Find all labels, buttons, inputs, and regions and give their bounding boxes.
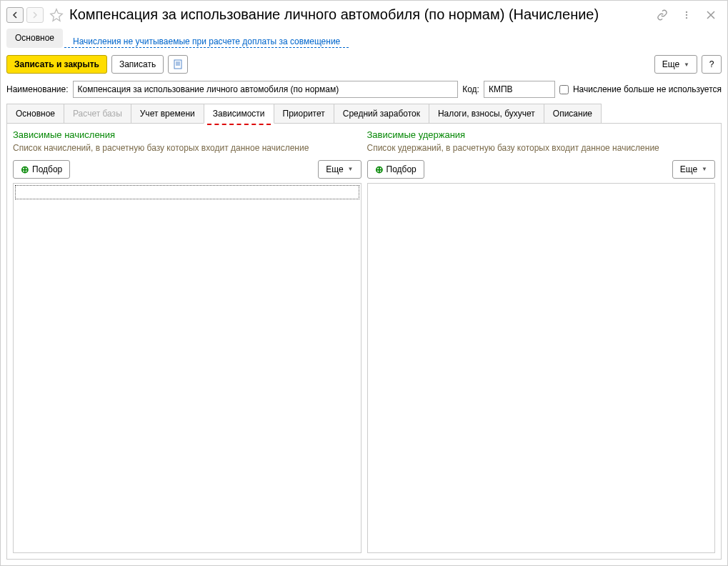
more-label: Еще bbox=[680, 164, 697, 174]
toolbar: Записать и закрыть Записать Еще ▼ ? bbox=[6, 55, 722, 74]
close-icon[interactable] bbox=[704, 9, 717, 21]
chevron-down-icon: ▼ bbox=[702, 166, 707, 172]
link-icon[interactable] bbox=[656, 9, 669, 21]
tab-desc[interactable]: Описание bbox=[544, 104, 602, 123]
tab-priority[interactable]: Приоритет bbox=[274, 104, 334, 123]
panel-accruals: Зависимые начисления Список начислений, … bbox=[13, 129, 361, 553]
forward-button[interactable] bbox=[26, 7, 44, 23]
more-accruals-button[interactable]: Еще ▼ bbox=[318, 160, 361, 179]
list-item[interactable] bbox=[15, 185, 359, 199]
panel-deductions-desc: Список удержаний, в расчетную базу котор… bbox=[367, 143, 716, 154]
more-button[interactable]: Еще ▼ bbox=[654, 55, 697, 74]
panel-deductions-toolbar: ⊕ Подбор Еще ▼ bbox=[367, 160, 716, 179]
pick-deductions-button[interactable]: ⊕ Подбор bbox=[367, 160, 424, 179]
panel-deductions-title: Зависимые удержания bbox=[367, 129, 716, 140]
panel-accruals-toolbar: ⊕ Подбор Еще ▼ bbox=[13, 160, 361, 179]
save-close-button[interactable]: Записать и закрыть bbox=[6, 55, 107, 74]
more-label: Еще bbox=[662, 59, 679, 69]
chevron-down-icon: ▼ bbox=[684, 61, 689, 68]
panel-accruals-title: Зависимые начисления bbox=[13, 129, 361, 140]
svg-rect-3 bbox=[174, 60, 181, 69]
back-button[interactable] bbox=[6, 7, 24, 23]
panel-accruals-desc: Список начислений, в расчетную базу кото… bbox=[13, 143, 361, 154]
form-row: Наименование: Код: Начисление больше не … bbox=[6, 81, 722, 98]
subnav: Основное Начисления не учитываемые при р… bbox=[6, 29, 722, 48]
plus-icon: ⊕ bbox=[375, 164, 384, 175]
code-label: Код: bbox=[462, 84, 479, 94]
name-label: Наименование: bbox=[6, 84, 69, 94]
code-input[interactable] bbox=[484, 81, 555, 98]
svg-point-0 bbox=[686, 11, 687, 12]
pick-label: Подбор bbox=[32, 164, 62, 174]
tab-main[interactable]: Основное bbox=[6, 104, 64, 123]
tab-dependencies[interactable]: Зависимости bbox=[204, 104, 274, 124]
name-input[interactable] bbox=[73, 81, 459, 98]
tab-time[interactable]: Учет времени bbox=[131, 104, 204, 123]
tab-avg[interactable]: Средний заработок bbox=[334, 104, 429, 123]
svg-point-1 bbox=[686, 14, 687, 15]
pick-label: Подбор bbox=[387, 164, 417, 174]
star-icon[interactable] bbox=[49, 8, 64, 22]
panel-deductions: Зависимые удержания Список удержаний, в … bbox=[367, 129, 716, 553]
more-deductions-button[interactable]: Еще ▼ bbox=[672, 160, 715, 179]
tab-tax[interactable]: Налоги, взносы, бухучет bbox=[429, 104, 544, 123]
save-button[interactable]: Записать bbox=[111, 55, 164, 74]
more-icon[interactable] bbox=[680, 9, 693, 21]
page-title: Компенсация за использование личного авт… bbox=[69, 6, 649, 23]
tab-content: Зависимые начисления Список начислений, … bbox=[6, 124, 722, 560]
not-used-label: Начисление больше не используется bbox=[573, 84, 722, 94]
pick-accruals-button[interactable]: ⊕ Подбор bbox=[13, 160, 70, 179]
accruals-list[interactable] bbox=[13, 183, 361, 553]
tab-base[interactable]: Расчет базы bbox=[64, 104, 131, 123]
more-label: Еще bbox=[326, 164, 343, 174]
subnav-link[interactable]: Начисления не учитываемые при расчете до… bbox=[64, 32, 349, 48]
not-used-checkbox[interactable] bbox=[559, 85, 569, 94]
report-button[interactable] bbox=[168, 55, 188, 74]
subnav-main[interactable]: Основное bbox=[6, 29, 63, 48]
help-button[interactable]: ? bbox=[702, 55, 722, 74]
header: Компенсация за использование личного авт… bbox=[6, 6, 722, 23]
deductions-list[interactable] bbox=[367, 183, 716, 553]
plus-icon: ⊕ bbox=[21, 164, 29, 175]
window: Компенсация за использование личного авт… bbox=[0, 0, 728, 566]
tabs: Основное Расчет базы Учет времени Зависи… bbox=[6, 104, 722, 124]
svg-point-2 bbox=[686, 16, 687, 18]
chevron-down-icon: ▼ bbox=[348, 166, 354, 172]
